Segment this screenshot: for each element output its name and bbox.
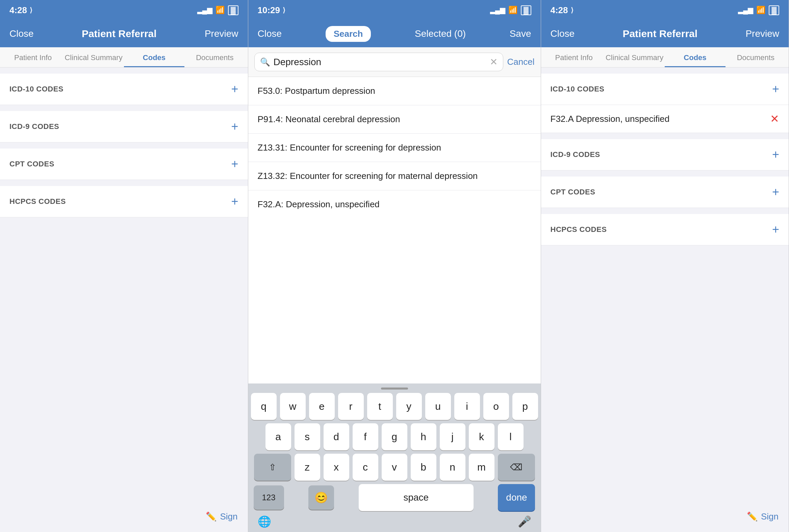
key-h[interactable]: h xyxy=(411,423,436,450)
left-preview-button[interactable]: Preview xyxy=(205,28,238,39)
key-z[interactable]: z xyxy=(295,454,320,481)
right-wifi-icon: 📶 xyxy=(756,6,765,15)
left-icd9-add-button[interactable]: + xyxy=(231,120,238,133)
key-m[interactable]: m xyxy=(469,454,494,481)
left-hcpcs-add-button[interactable]: + xyxy=(231,195,238,208)
left-signal-icon: ▂▄▆ xyxy=(197,6,212,14)
result-item-1[interactable]: P91.4: Neonatal cerebral depression xyxy=(248,105,541,134)
keyboard-drag-handle[interactable] xyxy=(251,387,538,390)
key-k[interactable]: k xyxy=(469,423,494,450)
key-p[interactable]: p xyxy=(512,393,538,420)
key-u[interactable]: u xyxy=(425,393,451,420)
left-tab-clinical-summary[interactable]: Clinical Summary xyxy=(63,47,124,67)
left-nav-title: Patient Referral xyxy=(82,28,157,39)
result-item-4[interactable]: F32.A: Depression, unspecified xyxy=(248,190,541,218)
key-d[interactable]: d xyxy=(324,423,349,450)
key-c[interactable]: c xyxy=(353,454,378,481)
left-tab-codes[interactable]: Codes xyxy=(124,47,184,67)
key-emoji[interactable]: 😊 xyxy=(308,486,334,510)
key-delete[interactable]: ⌫ xyxy=(498,454,535,481)
left-status-icons: ▂▄▆ 📶 ▓ xyxy=(197,5,238,15)
key-w[interactable]: w xyxy=(280,393,306,420)
globe-icon[interactable]: 🌐 xyxy=(258,515,271,528)
key-shift[interactable]: ⇧ xyxy=(254,454,291,481)
right-icd9-add-button[interactable]: + xyxy=(772,149,779,161)
key-l[interactable]: l xyxy=(498,423,524,450)
search-results-list: F53.0: Postpartum depression P91.4: Neon… xyxy=(248,77,541,383)
right-tab-clinical-summary[interactable]: Clinical Summary xyxy=(604,47,665,67)
right-panel: 4:28 ⟩ ▂▄▆ 📶 ▓ Close Patient Referral Pr… xyxy=(541,0,789,532)
right-sign-label: Sign xyxy=(761,511,778,522)
left-icd9-section: ICD-9 CODES + xyxy=(0,111,248,142)
search-clear-icon[interactable]: ✕ xyxy=(490,56,497,68)
key-e[interactable]: e xyxy=(309,393,335,420)
right-sign-area[interactable]: ✏️ Sign xyxy=(747,511,778,522)
key-a[interactable]: a xyxy=(265,423,291,450)
left-cpt-section: CPT CODES + xyxy=(0,149,248,180)
key-n[interactable]: n xyxy=(440,454,465,481)
middle-wifi-icon: 📶 xyxy=(508,6,517,15)
middle-selected-button[interactable]: Selected (0) xyxy=(415,28,466,39)
left-icd10-add-button[interactable]: + xyxy=(231,83,238,95)
key-v[interactable]: v xyxy=(382,454,407,481)
key-t[interactable]: t xyxy=(367,393,393,420)
key-q[interactable]: q xyxy=(251,393,277,420)
middle-location-icon: ⟩ xyxy=(283,6,286,14)
right-cpt-section: CPT CODES + xyxy=(541,176,789,208)
left-tab-patient-info[interactable]: Patient Info xyxy=(3,47,63,67)
right-close-button[interactable]: Close xyxy=(551,28,575,39)
right-icd10-remove-button-0[interactable]: ✕ xyxy=(770,112,779,125)
middle-search-button[interactable]: Search xyxy=(326,26,371,42)
left-close-button[interactable]: Close xyxy=(10,28,34,39)
result-item-2[interactable]: Z13.31: Encounter for screening for depr… xyxy=(248,134,541,162)
key-numbers[interactable]: 123 xyxy=(254,486,284,510)
key-y[interactable]: y xyxy=(396,393,422,420)
key-g[interactable]: g xyxy=(382,423,407,450)
search-input[interactable] xyxy=(274,57,487,68)
middle-status-bar: 10:29 ⟩ ▂▄▆ 📶 ▓ xyxy=(248,0,541,20)
right-icd10-header: ICD-10 CODES + xyxy=(541,74,789,105)
right-status-icons: ▂▄▆ 📶 ▓ xyxy=(738,5,779,15)
key-i[interactable]: i xyxy=(454,393,480,420)
left-sign-area[interactable]: ✏️ Sign xyxy=(206,511,237,522)
keyboard: q w e r t y u i o p a s d f g h j k l ⇧ … xyxy=(248,383,541,532)
right-tab-documents[interactable]: Documents xyxy=(726,47,786,67)
key-r[interactable]: r xyxy=(338,393,364,420)
middle-nav-bar: Close Search Selected (0) Save xyxy=(248,20,541,47)
right-hcpcs-section: HCPCS CODES + xyxy=(541,214,789,245)
result-text-0: F53.0: Postpartum depression xyxy=(258,86,375,96)
left-tab-bar: Patient Info Clinical Summary Codes Docu… xyxy=(0,47,248,68)
result-item-3[interactable]: Z13.32: Encounter for screening for mate… xyxy=(248,162,541,190)
right-cpt-add-button[interactable]: + xyxy=(772,186,779,198)
key-f[interactable]: f xyxy=(353,423,378,450)
left-tab-documents[interactable]: Documents xyxy=(184,47,245,67)
right-nav-title: Patient Referral xyxy=(623,28,697,39)
right-tab-codes[interactable]: Codes xyxy=(665,47,725,67)
key-done[interactable]: done xyxy=(498,484,535,511)
right-preview-button[interactable]: Preview xyxy=(746,28,779,39)
right-icd10-add-button[interactable]: + xyxy=(772,83,779,95)
left-sign-label: Sign xyxy=(220,511,237,522)
cancel-button[interactable]: Cancel xyxy=(507,57,535,67)
key-s[interactable]: s xyxy=(295,423,320,450)
mic-icon[interactable]: 🎤 xyxy=(518,515,531,528)
keyboard-bottom-row: 123 😊 space done xyxy=(251,484,538,511)
left-cpt-add-button[interactable]: + xyxy=(231,158,238,170)
key-b[interactable]: b xyxy=(411,454,436,481)
right-time: 4:28 xyxy=(551,5,568,16)
result-item-0[interactable]: F53.0: Postpartum depression xyxy=(248,77,541,105)
result-text-1: P91.4: Neonatal cerebral depression xyxy=(258,114,400,124)
middle-close-button[interactable]: Close xyxy=(258,28,282,39)
key-x[interactable]: x xyxy=(324,454,349,481)
left-icd9-header: ICD-9 CODES + xyxy=(0,111,248,142)
right-location-icon: ⟩ xyxy=(571,6,573,14)
right-tab-patient-info[interactable]: Patient Info xyxy=(544,47,604,67)
key-o[interactable]: o xyxy=(483,393,509,420)
right-icd10-item-0[interactable]: F32.A Depression, unspecified ✕ xyxy=(541,105,789,133)
key-j[interactable]: j xyxy=(440,423,465,450)
right-status-bar: 4:28 ⟩ ▂▄▆ 📶 ▓ xyxy=(541,0,789,20)
middle-save-button[interactable]: Save xyxy=(510,28,531,39)
key-space[interactable]: space xyxy=(359,484,474,511)
result-text-4: F32.A: Depression, unspecified xyxy=(258,199,380,209)
right-hcpcs-add-button[interactable]: + xyxy=(772,224,779,235)
